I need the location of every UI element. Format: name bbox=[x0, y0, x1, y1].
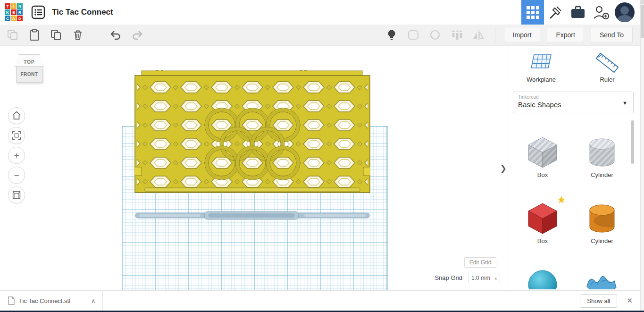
add-user-button[interactable] bbox=[589, 0, 612, 25]
logo-tile: K bbox=[5, 9, 10, 15]
light-preview-button[interactable] bbox=[385, 28, 399, 42]
imported-file-name: Tic Tac Connect.stl bbox=[19, 297, 70, 304]
show-all-button[interactable]: Show all bbox=[580, 294, 617, 308]
shape-box-red[interactable]: ★ Box bbox=[513, 193, 572, 259]
perspective-toggle-button[interactable] bbox=[8, 186, 25, 203]
align-button[interactable] bbox=[450, 28, 464, 42]
tools-button[interactable] bbox=[544, 0, 567, 25]
window-scrollbar[interactable] bbox=[640, 0, 644, 311]
avatar[interactable] bbox=[615, 2, 635, 22]
star-icon: ★ bbox=[557, 194, 566, 205]
shape-cylinder-striped[interactable]: Cylinder bbox=[572, 127, 632, 193]
bottom-bar-divider bbox=[102, 291, 103, 311]
ungroup-shapes-icon bbox=[428, 29, 442, 41]
fit-view-icon bbox=[11, 130, 22, 141]
scribble-blue-icon bbox=[583, 265, 621, 289]
list-menu-icon bbox=[31, 5, 46, 20]
header-actions bbox=[521, 0, 640, 25]
shape-label: Box bbox=[537, 171, 548, 178]
lightbulb-icon bbox=[385, 28, 398, 42]
shape-category-dropdown[interactable]: Tinkercad Basic Shapes ▼ bbox=[513, 92, 634, 113]
logo-tile: I bbox=[11, 3, 17, 9]
avatar-silhouette bbox=[620, 6, 629, 15]
box-striped-icon bbox=[524, 133, 561, 170]
zoom-out-button[interactable]: − bbox=[8, 167, 25, 184]
ruler-icon bbox=[594, 52, 620, 73]
close-icon[interactable]: ✕ bbox=[627, 296, 633, 305]
group-button[interactable] bbox=[406, 28, 420, 42]
shape-category-value: Basic Shapes bbox=[518, 101, 628, 109]
briefcase-button[interactable] bbox=[567, 0, 589, 25]
chevron-down-icon: ▼ bbox=[622, 100, 627, 106]
snap-grid-label: Snap Grid bbox=[425, 274, 462, 281]
redo-icon bbox=[131, 29, 144, 41]
toolbar-edit-group bbox=[6, 28, 144, 42]
design-title[interactable]: Tic Tac Connect bbox=[52, 8, 113, 17]
fit-view-button[interactable] bbox=[8, 127, 25, 144]
panel-collapse-handle[interactable]: ❯ bbox=[499, 160, 508, 176]
snap-grid-value: 1.0 mm bbox=[471, 275, 490, 281]
shape-cylinder-orange[interactable]: Cylinder bbox=[572, 193, 632, 259]
toolbar: Import Export Send To bbox=[0, 25, 640, 46]
scrollbar-thumb[interactable] bbox=[641, 5, 644, 38]
shape-sphere-teal[interactable] bbox=[513, 259, 572, 289]
edit-grid-button[interactable]: Edit Grid bbox=[464, 257, 496, 268]
home-icon bbox=[11, 110, 22, 121]
import-button[interactable]: Import bbox=[504, 27, 541, 43]
panel-scrollbar-thumb[interactable] bbox=[631, 120, 634, 164]
chevron-up-icon[interactable]: ∧ bbox=[91, 297, 96, 304]
design-canvas[interactable]: TOP FRONT + − bbox=[0, 46, 508, 290]
snap-grid-select[interactable]: 1.0 mm ▴ bbox=[468, 273, 500, 283]
shape-label: Box bbox=[537, 237, 548, 245]
undo-button[interactable] bbox=[109, 28, 123, 42]
view-cube-front-face[interactable]: FRONT bbox=[16, 67, 42, 83]
view-cube-top-face[interactable]: TOP bbox=[14, 54, 44, 67]
panel-tools-row: Workplane Ruler bbox=[508, 46, 640, 83]
workplane-tool[interactable]: Workplane bbox=[508, 52, 574, 83]
flip-button[interactable] bbox=[471, 28, 485, 42]
copy-button[interactable] bbox=[6, 28, 20, 42]
person-plus-icon bbox=[592, 4, 610, 21]
paste-button[interactable] bbox=[27, 28, 42, 42]
model-tic-tac-connect[interactable] bbox=[134, 70, 370, 196]
redo-button[interactable] bbox=[130, 28, 144, 42]
import-status-bar: Tic Tac Connect.stl ∧ Show all ✕ bbox=[0, 290, 640, 311]
sphere-teal-icon bbox=[524, 265, 561, 289]
hammer-icon bbox=[547, 4, 563, 20]
ungroup-button[interactable] bbox=[428, 28, 442, 42]
send-to-button[interactable]: Send To bbox=[591, 27, 633, 43]
zoom-in-button[interactable]: + bbox=[8, 147, 25, 164]
delete-button[interactable] bbox=[71, 28, 85, 42]
logo-tile: D bbox=[17, 16, 23, 21]
tinkercad-logo[interactable]: T I N K E R C A D bbox=[5, 3, 23, 21]
ruler-tool[interactable]: Ruler bbox=[574, 52, 640, 83]
model-flat-part[interactable] bbox=[134, 210, 370, 221]
home-view-button[interactable] bbox=[8, 107, 25, 124]
export-button[interactable]: Export bbox=[547, 27, 584, 43]
spinner-up-icon[interactable]: ▴ bbox=[495, 276, 497, 280]
logo-tile: T bbox=[5, 3, 10, 9]
trash-icon bbox=[72, 29, 84, 41]
toolbar-adjust-group bbox=[385, 28, 485, 42]
scroll-up-arrow[interactable] bbox=[641, 0, 644, 4]
blocks-view-button[interactable] bbox=[521, 0, 544, 25]
shape-scribble-blue[interactable] bbox=[572, 259, 632, 289]
logo-tile: E bbox=[11, 9, 17, 15]
blocks-grid-icon bbox=[527, 6, 539, 19]
cylinder-orange-icon bbox=[583, 199, 621, 236]
workplane-icon bbox=[528, 52, 554, 73]
view-cube[interactable]: TOP FRONT bbox=[13, 54, 48, 85]
header: T I N K E R C A D Tic Tac Connect bbox=[0, 0, 640, 25]
align-icon bbox=[450, 29, 463, 41]
ruler-tool-label: Ruler bbox=[600, 76, 614, 83]
mirror-flip-icon bbox=[472, 29, 485, 41]
shapes-grid: Box bbox=[513, 127, 632, 289]
imported-file-tab[interactable]: Tic Tac Connect.stl ∧ bbox=[0, 291, 102, 311]
duplicate-button[interactable] bbox=[49, 28, 63, 42]
shape-box-striped[interactable]: Box bbox=[513, 127, 572, 193]
designs-menu-button[interactable] bbox=[30, 4, 46, 20]
briefcase-icon bbox=[569, 4, 586, 20]
logo-tile: R bbox=[17, 9, 23, 15]
logo-tile: C bbox=[5, 16, 10, 21]
paste-icon bbox=[28, 29, 41, 41]
